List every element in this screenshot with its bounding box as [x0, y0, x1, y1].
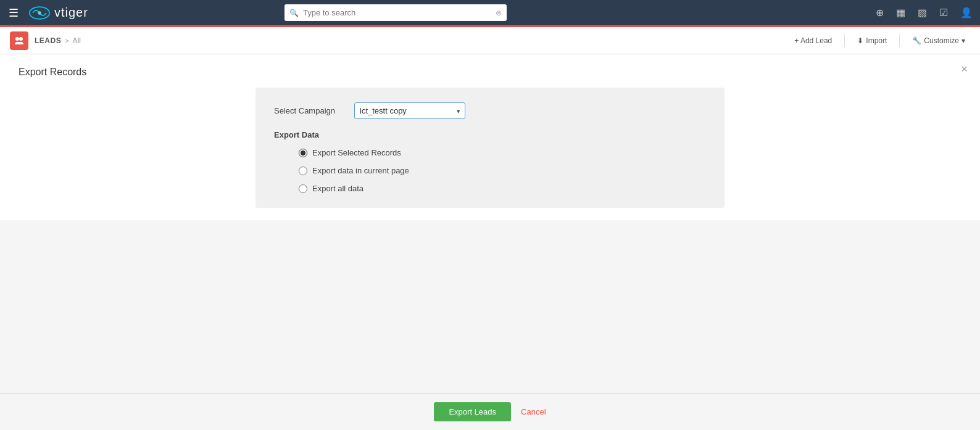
tasks-nav-button[interactable]: ☑	[938, 6, 949, 20]
export-form-card: Select Campaign ict_testt copy Campaign …	[255, 88, 725, 208]
radio-label-all: Export all data	[312, 184, 363, 193]
campaign-select-wrapper: ict_testt copy Campaign 2 Campaign 3 ▾	[354, 102, 465, 119]
action-divider	[844, 35, 845, 47]
add-nav-button[interactable]: ⊕	[874, 6, 885, 20]
nav-icons-area: ⊕ ▦ ▨ ☑ 👤	[874, 6, 974, 20]
select-campaign-row: Select Campaign ict_testt copy Campaign …	[274, 102, 706, 119]
radio-item-selected-records[interactable]: Export Selected Records	[299, 148, 706, 157]
module-icon	[10, 31, 28, 50]
svg-point-1	[38, 11, 41, 14]
radio-item-all-data[interactable]: Export all data	[299, 184, 706, 193]
import-button[interactable]: ⬇ Import	[852, 34, 892, 48]
sub-nav-actions: + Add Lead ⬇ Import 🔧 Customize ▾	[789, 34, 970, 48]
radio-label-current-page: Export data in current page	[312, 166, 409, 175]
footer-actions: Export Leads Cancel	[0, 393, 980, 430]
export-data-section: Export Data Export Selected Records Expo…	[274, 130, 706, 193]
radio-item-current-page[interactable]: Export data in current page	[299, 166, 706, 175]
search-input[interactable]	[284, 4, 507, 21]
radio-export-current-page[interactable]	[299, 167, 307, 175]
calendar-nav-button[interactable]: ▦	[895, 6, 907, 20]
breadcrumb-separator: >	[65, 37, 69, 44]
svg-point-2	[15, 37, 19, 41]
search-clear-icon[interactable]: ⊗	[496, 9, 502, 17]
app-name-label: vtiger	[54, 6, 88, 20]
import-icon: ⬇	[857, 36, 863, 45]
cancel-button[interactable]: Cancel	[521, 407, 546, 416]
top-navigation: ☰ vtiger 🔍 ⊗ ⊕ ▦ ▨ ☑ 👤	[0, 0, 980, 27]
export-leads-button[interactable]: Export Leads	[434, 402, 511, 421]
radio-export-selected[interactable]	[299, 149, 307, 157]
breadcrumb-current: All	[73, 36, 81, 45]
radio-label-selected: Export Selected Records	[312, 148, 401, 157]
breadcrumb: LEADS > All	[35, 36, 81, 45]
close-button[interactable]: ×	[961, 63, 968, 76]
search-icon: 🔍	[289, 9, 299, 17]
sub-navigation: LEADS > All + Add Lead ⬇ Import 🔧 Custom…	[0, 27, 980, 54]
hamburger-menu-button[interactable]: ☰	[6, 4, 21, 22]
chart-nav-button[interactable]: ▨	[916, 6, 928, 20]
profile-nav-button[interactable]: 👤	[959, 6, 974, 20]
breadcrumb-module: LEADS	[35, 36, 61, 45]
main-content: Export Records × Select Campaign ict_tes…	[0, 54, 980, 220]
search-bar: 🔍 ⊗	[284, 4, 507, 21]
select-campaign-label: Select Campaign	[274, 106, 354, 115]
customize-chevron-icon: ▾	[961, 36, 965, 45]
customize-button[interactable]: 🔧 Customize ▾	[907, 34, 970, 48]
export-radio-group: Export Selected Records Export data in c…	[274, 148, 706, 193]
svg-point-3	[19, 37, 23, 41]
action-divider-2	[899, 35, 900, 47]
wrench-icon: 🔧	[912, 36, 921, 45]
export-data-label: Export Data	[274, 130, 706, 139]
vtiger-logo-icon	[28, 6, 51, 20]
add-lead-button[interactable]: + Add Lead	[789, 34, 837, 48]
logo-area: vtiger	[28, 6, 88, 20]
campaign-select[interactable]: ict_testt copy Campaign 2 Campaign 3	[354, 102, 465, 119]
page-title: Export Records	[19, 67, 961, 78]
radio-export-all[interactable]	[299, 184, 307, 193]
